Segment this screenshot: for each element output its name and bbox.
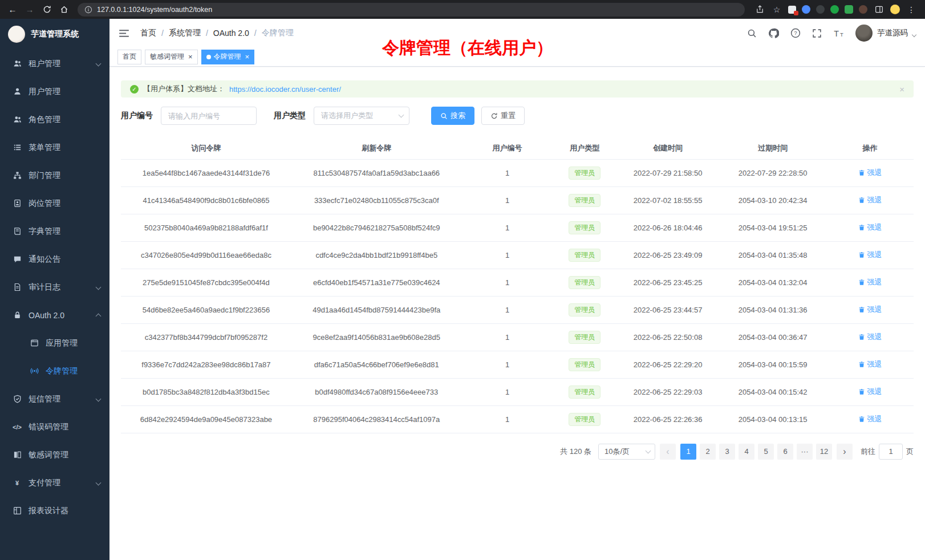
help-icon[interactable]: ?	[790, 28, 801, 38]
sidebar-item-oauth2[interactable]: OAuth 2.0	[0, 301, 109, 329]
tab-敏感词管理[interactable]: 敏感词管理×	[145, 50, 198, 64]
sidebar-item-role[interactable]: 角色管理	[0, 105, 109, 133]
lock-icon	[13, 311, 22, 320]
force-logout-button[interactable]: 强退	[858, 359, 882, 370]
share-icon[interactable]	[754, 4, 765, 15]
font-size-icon[interactable]: TT	[833, 28, 844, 39]
sidebar-item-user[interactable]: 用户管理	[0, 78, 109, 105]
sidebar-item-report[interactable]: 报表设计器	[0, 497, 109, 525]
user-id-cell: 1	[462, 296, 553, 323]
tab-令牌管理[interactable]: 令牌管理×	[201, 50, 255, 64]
doc-alert: ✓ 【用户体系】文档地址： https://doc.iocoder.cn/use…	[121, 80, 914, 98]
extension-puzzle-icon[interactable]	[845, 5, 853, 14]
pager-page-button[interactable]: 6	[777, 444, 793, 460]
pager-page-button[interactable]: 5	[758, 444, 774, 460]
user-icon	[13, 87, 22, 96]
sidebar-item-audit-log[interactable]: 审计日志	[0, 273, 109, 301]
breadcrumb-item[interactable]: 系统管理	[169, 28, 201, 38]
browser-profile-avatar[interactable]	[890, 5, 900, 14]
force-logout-button[interactable]: 强退	[858, 305, 882, 315]
user-type-badge: 管理员	[569, 276, 601, 289]
sidebar-item-dict[interactable]: 字典管理	[0, 217, 109, 245]
doc-link[interactable]: https://doc.iocoder.cn/user-center/	[229, 85, 341, 94]
table-row: 1ea5e44f8bc1467aaede43144f31de76811c5304…	[121, 159, 914, 186]
breadcrumb-item[interactable]: 首页	[140, 28, 156, 38]
sidebar-item-tenant[interactable]: 租户管理	[0, 50, 109, 78]
alert-close-icon[interactable]: ×	[899, 84, 904, 94]
table-row: b0d1785bc3a8482f812db4a3f3bd15ecb0df4980…	[121, 378, 914, 405]
user-id-cell: 1	[462, 241, 553, 269]
search-icon[interactable]	[747, 29, 757, 38]
extension-blue-icon[interactable]	[802, 5, 810, 14]
sidebar-item-sensitive-word[interactable]: 敏感词管理	[0, 441, 109, 469]
force-logout-button[interactable]: 强退	[858, 414, 882, 424]
force-logout-button[interactable]: 强退	[858, 250, 882, 260]
extension-dark-icon[interactable]	[816, 5, 825, 14]
sidebar-item-menu[interactable]: 菜单管理	[0, 133, 109, 161]
force-logout-button[interactable]: 强退	[858, 277, 882, 287]
browser-back-button[interactable]: ←	[6, 3, 19, 17]
column-header: 过期时间	[719, 137, 826, 159]
app-logo-row[interactable]: 芋道管理系统	[0, 19, 109, 50]
extension-green-icon[interactable]	[830, 5, 839, 14]
bookmark-star-icon[interactable]: ☆	[771, 4, 782, 15]
collapse-sidebar-icon[interactable]	[119, 27, 131, 39]
force-logout-button[interactable]: 强退	[858, 387, 882, 397]
doc-icon	[13, 283, 22, 292]
force-logout-button[interactable]: 强退	[858, 168, 882, 178]
fullscreen-icon[interactable]	[812, 29, 822, 38]
force-logout-button[interactable]: 强退	[858, 222, 882, 233]
force-logout-button[interactable]: 强退	[858, 332, 882, 342]
sidebar-item-pay[interactable]: ¥支付管理	[0, 469, 109, 497]
refresh-token-cell: 333ecfc71e02480cb11055c875c3ca0f	[291, 186, 462, 214]
pager-more-button[interactable]: ···	[797, 444, 813, 460]
github-icon[interactable]	[768, 28, 779, 39]
table-row: 54d6be82ee5a460a9aedc1f9bf22365649d1aa46…	[121, 296, 914, 323]
sidebar-item-notice[interactable]: 通知公告	[0, 245, 109, 273]
user-type-select[interactable]: 请选择用户类型	[314, 107, 409, 125]
user-profile-menu[interactable]: 芋道源码	[855, 25, 916, 42]
reset-button[interactable]: 重置	[481, 107, 525, 125]
pager-page-button[interactable]: 1	[680, 444, 696, 460]
browser-menu-icon[interactable]: ⋮	[906, 4, 917, 15]
pager-page-button[interactable]: 2	[700, 444, 716, 460]
breadcrumb-item[interactable]: OAuth 2.0	[213, 29, 249, 38]
list-icon	[13, 143, 22, 152]
extension-grid-icon[interactable]	[788, 6, 796, 14]
table-header-row: 访问令牌刷新令牌用户编号用户类型创建时间过期时间操作	[121, 137, 914, 159]
tab-首页[interactable]: 首页	[117, 50, 141, 64]
chevron-down-icon	[646, 448, 651, 453]
column-header: 访问令牌	[121, 137, 291, 159]
sidebar-item-oauth2-token[interactable]: 令牌管理	[0, 357, 109, 385]
tab-close-icon[interactable]: ×	[245, 53, 250, 60]
sidebar-item-sms[interactable]: 短信管理	[0, 385, 109, 413]
user-id-input[interactable]	[161, 107, 257, 125]
user-id-cell: 1	[462, 214, 553, 241]
refresh-token-cell: 49d1aa46d1454fbd87591444423be9fa	[291, 296, 462, 323]
pager-page-button[interactable]: 12	[816, 444, 832, 460]
search-button[interactable]: 搜索	[431, 107, 474, 125]
page-size-select[interactable]: 10条/页	[598, 444, 655, 460]
column-header: 用户编号	[462, 137, 553, 159]
pager-page-button[interactable]: 3	[719, 444, 735, 460]
extension-brown-icon[interactable]	[859, 5, 867, 14]
split-view-icon[interactable]	[873, 4, 885, 15]
expire-time-cell: 2054-03-04 00:15:42	[719, 378, 826, 405]
address-bar[interactable]: 127.0.0.1:1024/system/oauth2/token	[78, 3, 745, 17]
pager-prev-button[interactable]: ‹	[660, 444, 676, 460]
force-logout-button[interactable]: 强退	[858, 195, 882, 205]
browser-forward-button[interactable]: →	[23, 3, 36, 17]
pager-next-button[interactable]: ›	[837, 444, 853, 460]
browser-reload-button[interactable]	[40, 3, 54, 17]
goto-page-input[interactable]	[879, 444, 903, 460]
sidebar-item-dept[interactable]: 部门管理	[0, 161, 109, 189]
site-info-icon[interactable]	[84, 6, 92, 14]
browser-home-button[interactable]	[57, 3, 71, 17]
tab-close-icon[interactable]: ×	[188, 53, 193, 60]
sidebar-item-post[interactable]: 岗位管理	[0, 189, 109, 217]
breadcrumb-separator: /	[254, 29, 257, 38]
pager-page-button[interactable]: 4	[739, 444, 754, 460]
refresh-token-cell: dfa6c71a50a54c66bef706ef9e6e8d81	[291, 351, 462, 378]
sidebar-item-oauth2-app[interactable]: 应用管理	[0, 329, 109, 357]
sidebar-item-error-code[interactable]: </>错误码管理	[0, 413, 109, 441]
